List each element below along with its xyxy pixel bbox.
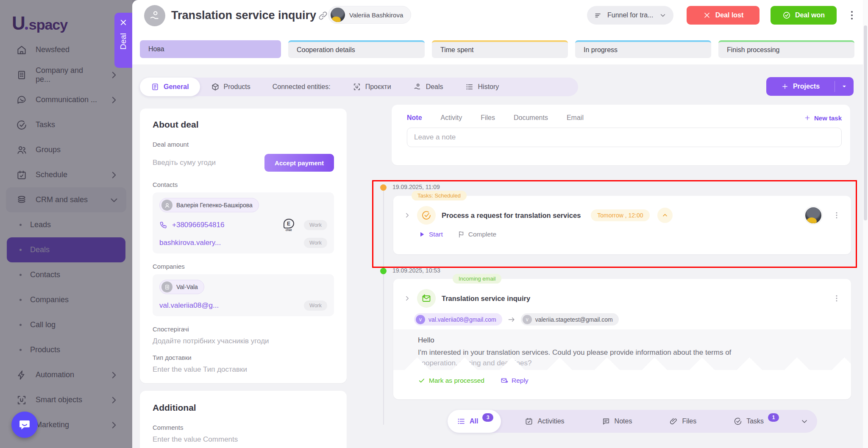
email-from-chip[interactable]: v val.valeriia08@gmail.com xyxy=(414,313,502,326)
companies-label: Companies xyxy=(153,263,334,270)
company-avatar-icon xyxy=(161,281,172,292)
delivery-type-label: Тип доставки xyxy=(153,354,334,361)
note-input[interactable] xyxy=(407,128,842,147)
more-actions-icon[interactable] xyxy=(847,9,857,21)
chat-bubble-icon xyxy=(18,418,31,431)
contact-chip[interactable]: Валерія Гепенко-Башкірова xyxy=(159,198,259,212)
contacts-label: Contacts xyxy=(153,181,334,188)
stage-nova[interactable]: Нова xyxy=(140,40,281,58)
phone-icon xyxy=(159,221,168,229)
projects-dropdown-caret[interactable] xyxy=(835,83,854,90)
company-email-link[interactable]: val.valeriia08@g... xyxy=(159,301,219,310)
composer-tab-note[interactable]: Note xyxy=(407,114,422,122)
contact-email-link[interactable]: bashkirova.valery... xyxy=(159,239,221,247)
tab-products[interactable]: Products xyxy=(200,78,262,96)
composer-tab-files[interactable]: Files xyxy=(481,114,495,122)
tab-deals[interactable]: Deals xyxy=(402,78,454,96)
additional-card: Additional Comments Enter the value Comm… xyxy=(140,391,347,448)
filter-tasks[interactable]: Tasks 1 xyxy=(724,410,788,433)
stage-time-spent[interactable]: Time spent xyxy=(432,40,568,58)
copy-link-icon[interactable] xyxy=(318,11,328,21)
deal-content: General Products Connected entities: Про… xyxy=(132,64,868,448)
echat-icon[interactable]: E chat xyxy=(284,219,294,231)
email-menu-icon[interactable] xyxy=(832,293,841,304)
tab-general[interactable]: General xyxy=(140,78,200,96)
deal-entity-avatar xyxy=(144,5,165,26)
funnel-value: Funnel for tra... xyxy=(607,11,654,19)
deal-panel-tab[interactable]: Deal xyxy=(114,13,132,68)
delivery-type-input[interactable]: Enter the value Тип доставки xyxy=(153,365,334,374)
composer-tab-documents[interactable]: Documents xyxy=(514,114,548,122)
calendar-icon xyxy=(525,417,533,426)
email-body-line: I'm interested in your translation servi… xyxy=(418,348,834,357)
check-icon xyxy=(418,377,426,384)
chevron-down-icon xyxy=(659,11,667,19)
filter-all[interactable]: All 3 xyxy=(448,410,501,433)
reply-envelope-icon xyxy=(501,377,508,384)
tab-history[interactable]: History xyxy=(454,78,510,96)
email-body-preview: Hello I'm interested in your translation… xyxy=(393,329,851,370)
email-direction-badge: Incoming email xyxy=(453,274,501,284)
email-to-chip[interactable]: v valeriia.stagetest@gmail.com xyxy=(521,313,619,326)
composer-tab-email[interactable]: Email xyxy=(567,114,584,122)
deal-won-button[interactable]: Deal won xyxy=(771,6,837,25)
tasks-count-badge: 1 xyxy=(768,413,779,422)
x-icon xyxy=(703,11,711,19)
email-entry-date: 19.09.2025, 10:53 xyxy=(392,267,440,274)
box-icon xyxy=(211,83,220,91)
filter-notes[interactable]: Notes xyxy=(593,410,642,433)
app-window: U spacy Newsfeed Company and pe... Commu… xyxy=(0,0,868,448)
deal-amount-input[interactable]: Введіть суму угоди xyxy=(153,159,216,167)
plus-icon xyxy=(781,83,789,90)
history-list-icon xyxy=(465,83,474,91)
observers-input[interactable]: Додайте потрібних учасників угоди xyxy=(153,337,334,345)
plus-icon xyxy=(804,114,811,121)
support-chat-launcher[interactable] xyxy=(11,412,38,438)
scrollbar-thumb[interactable] xyxy=(864,25,867,220)
caret-down-icon xyxy=(841,83,848,90)
new-task-button[interactable]: New task xyxy=(804,114,842,122)
check-circle-icon xyxy=(782,11,791,19)
stage-finish-processing[interactable]: Finish processing xyxy=(718,40,854,58)
additional-heading: Additional xyxy=(153,403,334,413)
stage-cooperation-details[interactable]: Cooperation details xyxy=(288,40,425,58)
accept-payment-button[interactable]: Accept payment xyxy=(264,154,334,172)
deal-lost-button[interactable]: Deal lost xyxy=(687,6,760,25)
close-icon[interactable] xyxy=(120,19,127,26)
scrollbar-track[interactable] xyxy=(863,0,868,448)
modal-dim-overlay xyxy=(0,0,132,448)
smart-objects-icon xyxy=(353,83,361,91)
stage-in-progress[interactable]: In progress xyxy=(575,40,711,58)
add-projects-button[interactable]: Projects xyxy=(766,77,854,96)
timeline-dot-email xyxy=(380,268,387,274)
email-subject[interactable]: Translation service inquiry xyxy=(442,295,530,303)
reply-button[interactable]: Reply xyxy=(501,377,529,384)
filter-files[interactable]: Files xyxy=(660,410,706,433)
about-deal-card: About deal Deal amount Введіть суму угод… xyxy=(140,109,347,383)
expand-chevron-icon[interactable] xyxy=(403,295,411,302)
sidebar: U spacy Newsfeed Company and pe... Commu… xyxy=(0,0,132,448)
filter-activities[interactable]: Activities xyxy=(515,410,573,433)
comments-label: Comments xyxy=(153,424,334,431)
contact-phone-link[interactable]: +380966954816 xyxy=(172,221,224,229)
owner-avatar xyxy=(331,8,345,22)
deal-amount-label: Deal amount xyxy=(153,141,334,148)
truncation-zigzag xyxy=(393,357,851,370)
contact-group: Валерія Гепенко-Башкірова +380966954816 … xyxy=(153,192,334,253)
company-chip[interactable]: Val-Vala xyxy=(159,280,204,294)
deal-owner-chip[interactable]: Valeriia Bashkirova xyxy=(328,6,411,24)
funnel-selector[interactable]: Funnel for tra... xyxy=(587,6,673,25)
tab-connected-entities[interactable]: Connected entities: xyxy=(262,78,342,96)
deal-header: Translation service inquiry Valeriia Bas… xyxy=(132,0,868,64)
email-entry-card: Incoming email Translation service inqui… xyxy=(393,279,851,399)
chevron-down-icon[interactable] xyxy=(800,417,809,426)
composer-tab-activity[interactable]: Activity xyxy=(441,114,462,122)
comments-input[interactable]: Enter the value Comments xyxy=(153,435,334,444)
general-card-icon xyxy=(151,83,159,91)
composer-card: Note Activity Files Documents Email New … xyxy=(392,105,850,165)
tab-projects[interactable]: Проєкти xyxy=(342,78,402,96)
filter-icon xyxy=(594,11,602,19)
annotation-highlight-box xyxy=(372,180,857,268)
deal-tabs: General Products Connected entities: Про… xyxy=(140,78,578,96)
mark-as-processed-button[interactable]: Mark as processed xyxy=(418,377,484,384)
